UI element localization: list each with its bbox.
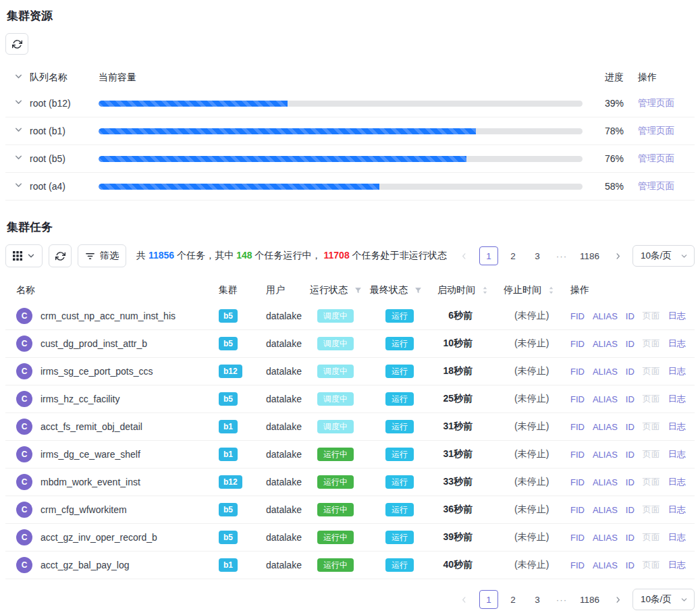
- page-button-3[interactable]: 3: [528, 590, 547, 609]
- fid-link[interactable]: FID: [570, 477, 585, 487]
- id-link[interactable]: ID: [626, 311, 635, 321]
- page-button-2[interactable]: 2: [504, 246, 522, 265]
- collapse-all-control[interactable]: [5, 72, 30, 83]
- page-button-2[interactable]: 2: [504, 590, 522, 609]
- task-name: acct_fs_remit_obj_detail: [41, 421, 142, 432]
- next-page-button[interactable]: [608, 246, 627, 265]
- filter-button[interactable]: 筛选: [78, 244, 126, 267]
- manage-page-link[interactable]: 管理页面: [638, 98, 674, 108]
- fid-link[interactable]: FID: [570, 533, 585, 543]
- pagination-ellipsis[interactable]: ···: [552, 246, 571, 265]
- expand-row-control[interactable]: [5, 98, 30, 109]
- tasks-refresh-button[interactable]: [49, 244, 72, 267]
- column-header-capacity: 当前容量: [99, 72, 592, 84]
- progress-percent: 76%: [592, 153, 630, 164]
- log-link[interactable]: 日志: [668, 504, 686, 516]
- next-page-button[interactable]: [608, 590, 627, 609]
- cluster-badge: b5: [219, 309, 238, 323]
- capacity-progress-bar: [99, 101, 583, 107]
- log-link[interactable]: 日志: [668, 310, 686, 322]
- task-user: datalake: [266, 421, 310, 432]
- page-size-select[interactable]: 10条/页: [632, 589, 695, 610]
- log-link[interactable]: 日志: [668, 476, 686, 488]
- prev-page-button[interactable]: [455, 246, 474, 265]
- filter-funnel-icon[interactable]: [414, 287, 422, 294]
- id-link[interactable]: ID: [626, 560, 635, 570]
- fid-link[interactable]: FID: [570, 339, 585, 349]
- alias-link[interactable]: ALIAS: [593, 339, 618, 349]
- alias-link[interactable]: ALIAS: [593, 477, 618, 487]
- column-header-action: 操作: [630, 72, 695, 84]
- sort-icon[interactable]: [482, 286, 488, 295]
- id-link[interactable]: ID: [626, 367, 635, 377]
- manage-page-link[interactable]: 管理页面: [638, 126, 674, 136]
- id-link[interactable]: ID: [626, 505, 635, 515]
- table-row: Cacct_fs_remit_obj_detail b1 datalake 调度…: [5, 413, 695, 441]
- resources-refresh-button[interactable]: [5, 33, 28, 55]
- log-link[interactable]: 日志: [668, 421, 686, 433]
- sort-icon[interactable]: [548, 286, 554, 295]
- fid-link[interactable]: FID: [570, 450, 585, 460]
- run-status-badge: 调度中: [317, 365, 354, 378]
- alias-link[interactable]: ALIAS: [593, 450, 618, 460]
- id-link[interactable]: ID: [626, 450, 635, 460]
- alias-link[interactable]: ALIAS: [593, 533, 618, 543]
- id-link[interactable]: ID: [626, 339, 635, 349]
- log-link[interactable]: 日志: [668, 338, 686, 350]
- task-summary-text: 共11856个任务，其中148个任务运行中，11708个任务处于非运行状态: [136, 250, 447, 262]
- log-link[interactable]: 日志: [668, 531, 686, 543]
- fid-link[interactable]: FID: [570, 422, 585, 432]
- filter-button-label: 筛选: [100, 250, 119, 262]
- page-button-1[interactable]: 1: [479, 590, 498, 609]
- table-row: Cmbdm_work_event_inst b12 datalake 运行中 运…: [5, 469, 695, 496]
- alias-link[interactable]: ALIAS: [593, 560, 618, 570]
- alias-link[interactable]: ALIAS: [593, 394, 618, 404]
- total-task-count: 11856: [149, 250, 174, 261]
- final-status-badge: 运行: [385, 475, 414, 489]
- task-name: cust_dg_prod_inst_attr_b: [41, 338, 147, 349]
- expand-row-control[interactable]: [5, 153, 30, 164]
- alias-link[interactable]: ALIAS: [593, 422, 618, 432]
- manage-page-link[interactable]: 管理页面: [638, 181, 674, 191]
- stop-time: (未停止): [504, 448, 570, 460]
- id-link[interactable]: ID: [626, 477, 635, 487]
- page-button-last[interactable]: 1186: [576, 590, 603, 609]
- task-user: datalake: [266, 449, 310, 460]
- start-time: 33秒前: [437, 476, 504, 488]
- fid-link[interactable]: FID: [570, 505, 585, 515]
- layout-grid-button[interactable]: [5, 244, 43, 267]
- alias-link[interactable]: ALIAS: [593, 367, 618, 377]
- id-link[interactable]: ID: [626, 394, 635, 404]
- running-task-count: 148: [236, 250, 252, 261]
- page-button-3[interactable]: 3: [528, 246, 547, 265]
- top-pagination: 1 2 3 ··· 1186 10条/页: [455, 245, 695, 267]
- log-link[interactable]: 日志: [668, 559, 686, 571]
- page-button-1[interactable]: 1: [479, 246, 498, 265]
- fid-link[interactable]: FID: [570, 311, 585, 321]
- task-name: irms_sg_ce_port_pots_ccs: [41, 366, 153, 377]
- log-link[interactable]: 日志: [668, 365, 686, 377]
- prev-page-button[interactable]: [455, 590, 474, 609]
- manage-page-link[interactable]: 管理页面: [638, 153, 674, 163]
- fid-link[interactable]: FID: [570, 394, 585, 404]
- pagination-ellipsis[interactable]: ···: [552, 590, 571, 609]
- log-link[interactable]: 日志: [668, 448, 686, 460]
- avatar: C: [16, 391, 32, 407]
- tasks-section-title: 集群任务: [5, 219, 695, 235]
- page-size-select[interactable]: 10条/页: [632, 245, 695, 267]
- fid-link[interactable]: FID: [570, 560, 585, 570]
- filter-funnel-icon[interactable]: [354, 287, 362, 294]
- fid-link[interactable]: FID: [570, 367, 585, 377]
- queue-name: root (a4): [30, 181, 99, 192]
- alias-link[interactable]: ALIAS: [593, 311, 618, 321]
- page-size-value: 10条/页: [641, 593, 672, 606]
- alias-link[interactable]: ALIAS: [593, 505, 618, 515]
- expand-row-control[interactable]: [5, 181, 30, 192]
- expand-row-control[interactable]: [5, 126, 30, 136]
- task-user: datalake: [266, 532, 310, 543]
- refresh-icon: [12, 39, 22, 49]
- page-button-last[interactable]: 1186: [576, 246, 603, 265]
- id-link[interactable]: ID: [626, 422, 635, 432]
- log-link[interactable]: 日志: [668, 393, 686, 405]
- id-link[interactable]: ID: [626, 533, 635, 543]
